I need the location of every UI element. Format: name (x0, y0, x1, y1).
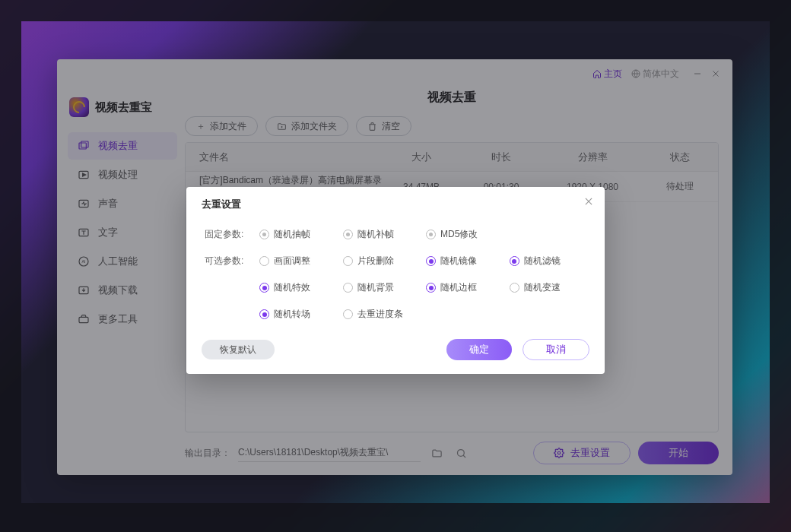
opt-progress-bar[interactable]: 去重进度条 (343, 308, 421, 321)
ok-button[interactable]: 确定 (446, 339, 512, 360)
radio-icon (426, 256, 436, 266)
radio-icon (343, 283, 353, 293)
modal-title: 去重设置 (202, 198, 589, 211)
radio-icon (343, 309, 353, 319)
opt-transition[interactable]: 随机转场 (259, 308, 337, 321)
fixed-param-md5: MD5修改 (426, 228, 504, 241)
radio-icon (259, 283, 269, 293)
modal-overlay[interactable]: 去重设置 固定参数: 随机抽帧 随机补帧 MD5修改 可选参数: 画面调整 片段… (0, 0, 791, 532)
radio-icon (343, 256, 353, 266)
opt-picture-adjust[interactable]: 画面调整 (259, 255, 337, 268)
opt-border[interactable]: 随机边框 (426, 281, 504, 294)
fixed-param-frame-add: 随机补帧 (343, 228, 421, 241)
radio-icon (259, 230, 269, 239)
opt-clip-delete[interactable]: 片段删除 (343, 255, 421, 268)
opt-filter[interactable]: 随机滤镜 (510, 255, 587, 268)
opt-effect[interactable]: 随机特效 (259, 281, 337, 294)
radio-icon (510, 283, 519, 293)
optional-params-label: 可选参数: (205, 255, 253, 268)
radio-icon (259, 256, 269, 266)
radio-icon (426, 230, 436, 239)
cancel-button[interactable]: 取消 (523, 339, 589, 360)
reset-button[interactable]: 恢复默认 (202, 340, 275, 359)
dedup-settings-modal: 去重设置 固定参数: 随机抽帧 随机补帧 MD5修改 可选参数: 画面调整 片段… (186, 187, 605, 374)
fixed-param-frame-drop: 随机抽帧 (259, 228, 337, 241)
radio-icon (343, 230, 353, 239)
radio-icon (426, 283, 436, 293)
modal-close-button[interactable] (583, 196, 594, 207)
opt-speed[interactable]: 随机变速 (510, 281, 587, 294)
fixed-params-label: 固定参数: (205, 228, 253, 241)
opt-background[interactable]: 随机背景 (343, 281, 421, 294)
radio-icon (259, 309, 269, 319)
params-grid: 固定参数: 随机抽帧 随机补帧 MD5修改 可选参数: 画面调整 片段删除 随机… (202, 211, 589, 325)
modal-footer: 恢复默认 确定 取消 (202, 325, 589, 360)
radio-icon (510, 256, 519, 266)
opt-mirror[interactable]: 随机镜像 (426, 255, 504, 268)
